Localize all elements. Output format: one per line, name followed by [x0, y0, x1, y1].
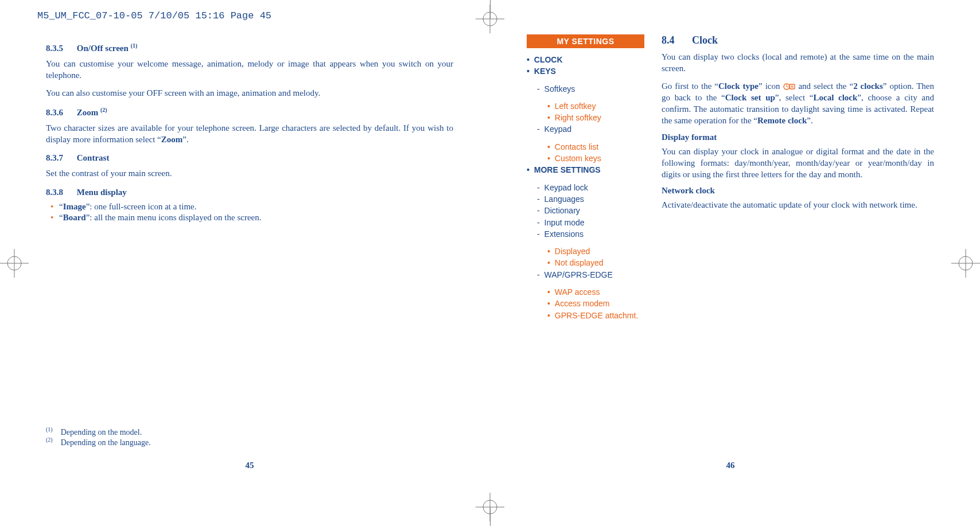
menu-item-l3: GPRS-EDGE attachmt. — [547, 310, 644, 321]
section-heading: 8.4 Clock — [662, 34, 934, 46]
page-46: MY SETTINGS CLOCKKEYSSoftkeysLeft softke… — [527, 34, 934, 470]
section-title: Zoom (2) — [77, 108, 107, 117]
list-item: “Board”: all the main menu icons display… — [46, 213, 453, 223]
page-45: 8.3.5 On/Off screen (1) You can customis… — [46, 34, 453, 470]
body-text: You can also customise your OFF screen w… — [46, 87, 453, 99]
menu-display-list: “Image”: one full-screen icon at a time.… — [46, 202, 453, 223]
menu-item-l3: Not displayed — [547, 257, 644, 268]
section-number: 8.3.6 — [46, 108, 63, 117]
body-text: Go first to the “Clock type” icon and se… — [662, 80, 934, 127]
footnotes: (1)Depending on the model. (2)Depending … — [46, 426, 151, 447]
content-column: 8.4 Clock You can display two clocks (lo… — [662, 34, 934, 321]
registration-mark-right — [951, 249, 980, 278]
body-text: You can display two clocks (local and re… — [662, 51, 934, 75]
menu-item-l3: Left softkey — [547, 100, 644, 112]
svg-line-14 — [787, 87, 788, 87]
body-text: Two character sizes are available for yo… — [46, 122, 453, 146]
menu-level-1: CLOCKKEYSSoftkeysLeft softkeyRight softk… — [527, 54, 644, 321]
menu-item-l1: MORE SETTINGSKeypad lockLanguagesDiction… — [527, 164, 644, 321]
section-title: Clock — [692, 34, 718, 46]
menu-item-l2: Keypad lock — [537, 182, 644, 193]
svg-rect-15 — [790, 84, 795, 89]
menu-item-l2: ExtensionsDisplayedNot displayed — [537, 228, 644, 269]
section-number: 8.3.7 — [46, 153, 63, 162]
clock-type-icon — [783, 83, 795, 91]
page-number: 45 — [46, 461, 453, 470]
menu-item-l3: Displayed — [547, 246, 644, 257]
menu-item-l2: SoftkeysLeft softkeyRight softkey — [537, 83, 644, 124]
page-number: 46 — [527, 461, 934, 470]
body-text: Activate/deactivate the automatic update… — [662, 199, 934, 211]
section-title: On/Off screen (1) — [77, 44, 138, 53]
section-number: 8.4 — [662, 34, 675, 46]
registration-mark-bottom — [476, 493, 504, 521]
menu-tree: MY SETTINGS CLOCKKEYSSoftkeysLeft softke… — [527, 34, 644, 321]
menu-item-l2: Dictionary — [537, 205, 644, 216]
registration-mark-left — [0, 249, 29, 278]
section-heading: 8.3.7 Contrast — [46, 153, 453, 163]
section-heading: 8.3.8 Menu display — [46, 188, 453, 197]
section-number: 8.3.8 — [46, 188, 63, 197]
section-heading: 8.3.5 On/Off screen (1) — [46, 42, 453, 53]
menu-item-l2: Languages — [537, 193, 644, 205]
section-heading: 8.3.6 Zoom (2) — [46, 107, 453, 118]
registration-mark-top — [476, 5, 504, 33]
menu-item-l3: Access modem — [547, 298, 644, 309]
menu-title-badge: MY SETTINGS — [527, 34, 644, 48]
sub-heading: Display format — [662, 133, 934, 142]
menu-item-l3: WAP access — [547, 286, 644, 298]
menu-item-l3: Right softkey — [547, 112, 644, 123]
menu-item-l1: KEYSSoftkeysLeft softkeyRight softkeyKey… — [527, 65, 644, 164]
body-text: You can display your clock in analogue o… — [662, 146, 934, 181]
section-title: Menu display — [77, 188, 127, 197]
body-text: Set the contrast of your main screen. — [46, 167, 453, 179]
menu-item-l2: Input mode — [537, 217, 644, 228]
menu-item-l2: KeypadContacts listCustom keys — [537, 123, 644, 164]
section-title: Contrast — [77, 153, 110, 162]
print-header-slug: M5_UM_FCC_07-10-05 7/10/05 15:16 Page 45 — [37, 10, 271, 21]
list-item: “Image”: one full-screen icon at a time. — [46, 202, 453, 212]
body-text: You can customise your welcome message, … — [46, 58, 453, 81]
footnote: (1)Depending on the model. — [46, 426, 151, 437]
menu-item-l3: Contacts list — [547, 141, 644, 153]
menu-item-l1: CLOCK — [527, 54, 644, 65]
menu-item-l2: WAP/GPRS-EDGEWAP accessAccess modemGPRS-… — [537, 269, 644, 321]
menu-item-l3: Custom keys — [547, 153, 644, 164]
sub-heading: Network clock — [662, 186, 934, 196]
footnote: (2)Depending on the language. — [46, 437, 151, 447]
section-number: 8.3.5 — [46, 44, 63, 53]
